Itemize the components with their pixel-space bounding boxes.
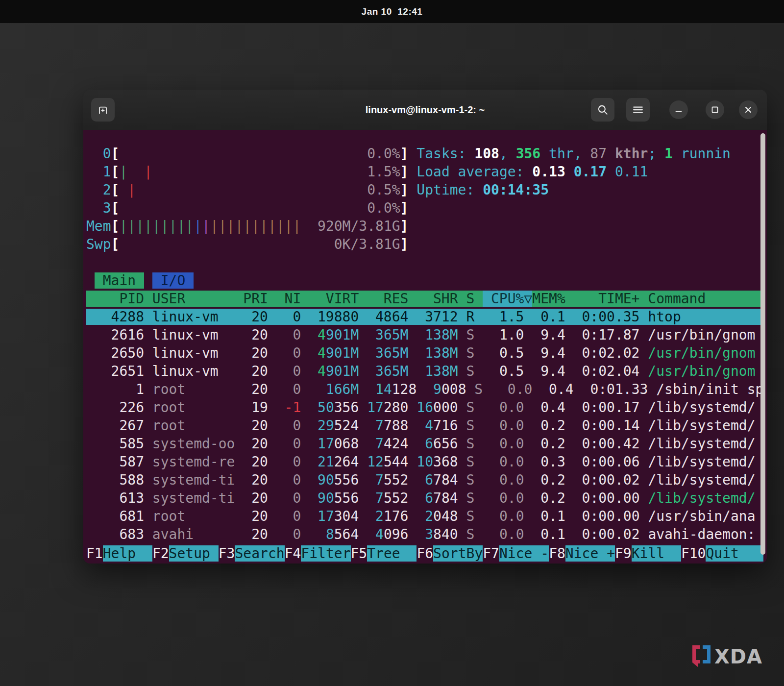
maximize-button[interactable] [706,100,724,119]
minimize-button[interactable] [669,100,688,119]
text-segment: 681 [86,508,152,524]
terminal-line [86,253,763,271]
hamburger-icon [632,103,644,116]
text-segment: MEM% TIME+ Command [532,291,763,307]
text-segment: | [202,218,210,234]
text-segment: 4 [318,363,326,379]
fkey-label-F9[interactable]: Kill [632,545,681,562]
text-segment: 0.0 [474,399,524,416]
text-segment: 166M [301,381,359,397]
search-button[interactable] [591,98,614,122]
text-segment: 0 [268,417,301,434]
text-segment: PID USER PRI NI VIRT RES SHR S [86,291,483,307]
text-segment: 4 [318,327,326,343]
terminal-line: Main I/O [86,271,763,290]
text-segment: S [466,381,483,397]
desktop: Jan 10 12:41 linux-vm@linux-vm-1-2: ~ [0,0,784,686]
text-segment: S [458,490,475,506]
tab-main[interactable]: Main [95,272,144,289]
text-segment: 0.2 0:00.00 [524,490,648,506]
tab-io[interactable]: I/O [152,272,194,289]
text-segment: 0.0 [474,454,524,470]
text-segment: 90 [301,490,334,506]
text-segment: avahi [152,526,235,542]
fkey-label-F10[interactable]: Quit [706,545,763,562]
text-segment: [ [111,164,120,180]
text-segment: 21 [301,454,334,470]
terminal-line: 585 systemd-oo 20 0 17068 7424 6656 S 0.… [86,435,763,453]
terminal-line: Swp[ 0K/3.81G] [86,235,763,253]
fkey-label-F6[interactable]: SortBy [433,545,483,562]
square-icon [710,105,720,115]
text-segment: 788 [384,417,409,434]
text-segment: 656 [433,436,458,452]
text-segment: 2650 linux-vm 20 [86,345,276,361]
text-segment: S [458,327,475,343]
text-segment: 0.4 0:01.33 /sbin/init sp [532,381,763,397]
new-tab-button[interactable] [91,98,115,122]
close-button[interactable] [739,100,758,119]
terminal-line: 1[| | 1.5%] Load average: 0.13 0.17 0.11 [86,163,763,181]
fkey-key-F4[interactable]: F4 [285,545,301,562]
fkey-key-F1[interactable]: F1 [86,545,103,562]
text-segment: S [458,508,475,524]
text-segment: 0.5 9.4 0:02.02 [474,345,648,361]
text-segment: 840 [433,526,458,542]
fkey-label-F8[interactable]: Nice + [565,545,615,562]
text-segment: 20 [235,526,268,542]
titlebar[interactable]: linux-vm@linux-vm-1-2: ~ [83,90,767,130]
fkey-key-F8[interactable]: F8 [549,545,565,562]
terminal-line: 681 root 20 0 17304 2176 2048 S 0.0 0.1 … [86,507,763,525]
text-segment: kthr [615,146,648,162]
fkey-key-F6[interactable]: F6 [416,545,433,562]
text-segment: systemd-ti [152,490,235,506]
text-segment: | [127,182,136,198]
fkey-label-F5[interactable]: Tree [367,545,416,562]
fkey-label-F3[interactable]: Search [235,545,284,562]
text-segment: S [458,454,475,470]
text-segment: 0.0 [474,472,524,488]
text-segment: 20 [235,508,268,524]
text-segment [301,327,318,343]
text-segment: 588 [86,472,152,488]
text-segment: 16 [408,399,433,416]
text-segment: 356 [516,146,541,162]
fkey-key-F3[interactable]: F3 [219,545,235,562]
text-segment: 4 [359,526,384,542]
text-segment: 901M 365M 138M [326,327,458,343]
text-segment: 00:14:35 [483,182,549,198]
fkey-key-F9[interactable]: F9 [615,545,632,562]
fkey-label-F7[interactable]: Nice - [499,545,549,562]
window-title: linux-vm@linux-vm-1-2: ~ [83,90,767,130]
text-segment: 068 [334,436,359,452]
text-segment [408,146,416,162]
fkey-key-F10[interactable]: F10 [681,545,706,562]
text-segment: 0 [276,363,301,379]
menu-button[interactable] [626,98,650,122]
text-segment: 544 [384,454,409,470]
fkey-label-F1[interactable]: Help [103,545,152,562]
text-segment: root [152,399,235,416]
text-segment: 0 [268,454,301,470]
fkey-key-F2[interactable]: F2 [152,545,169,562]
text-segment: 12 [359,454,384,470]
text-segment: ] [400,218,409,234]
text-segment: 096 [384,526,409,542]
fkey-label-F4[interactable]: Filter [301,545,350,562]
text-segment: 424 [384,436,409,452]
terminal-screen[interactable]: 0[ 0.0%] Tasks: 108, 356 thr, 87 kthr; 1… [83,130,767,564]
clock[interactable]: Jan 10 12:41 [362,6,423,17]
text-segment: 4 [408,417,433,434]
text-segment: 20 [235,381,268,397]
text-segment: 784 [433,490,458,506]
text-segment: 552 [384,490,409,506]
text-segment: ] [400,182,409,198]
text-segment: S [458,472,475,488]
text-segment: 0.1 0:00.02 avahi-daemon: [524,526,756,542]
text-segment: 17 [301,436,334,452]
fkey-key-F7[interactable]: F7 [483,545,499,562]
fkey-key-F5[interactable]: F5 [351,545,368,562]
terminal-scrollbar[interactable] [760,133,765,555]
text-segment: ||||||||| [119,218,194,234]
fkey-label-F2[interactable]: Setup [169,545,219,562]
